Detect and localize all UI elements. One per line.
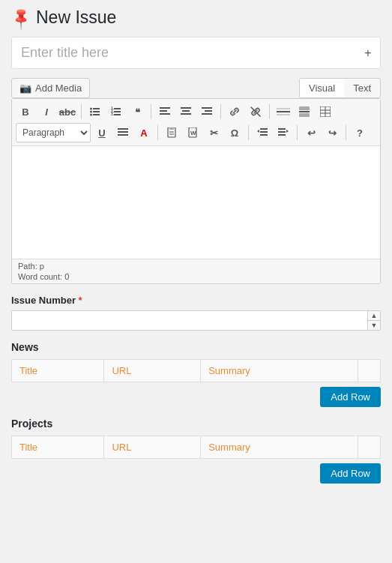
editor-wordcount: Word count: 0 xyxy=(18,272,374,281)
camera-icon: 📷 xyxy=(19,82,31,94)
editor-path: Path: p xyxy=(18,262,374,271)
title-input[interactable] xyxy=(13,39,358,67)
toolbar-sep-8 xyxy=(346,125,346,140)
align-center-button[interactable] xyxy=(176,102,196,121)
blockquote-button[interactable]: ❝ xyxy=(127,102,147,121)
svg-rect-1 xyxy=(93,111,100,112)
svg-rect-35 xyxy=(169,127,174,130)
news-col-title: Title xyxy=(12,360,104,382)
path-element: p xyxy=(40,262,44,271)
bold-button[interactable]: B xyxy=(16,102,35,121)
svg-rect-46 xyxy=(278,134,286,136)
svg-rect-0 xyxy=(93,108,100,109)
paste-text-button[interactable] xyxy=(162,123,181,142)
news-col-actions xyxy=(358,360,381,382)
toolbar-row-1: B I abc 1.2.3. ❝ xyxy=(16,102,376,121)
outdent-button[interactable] xyxy=(253,123,272,142)
toolbar-sep-3 xyxy=(220,104,221,119)
news-title: News xyxy=(11,341,381,353)
title-input-expand-icon[interactable]: + xyxy=(358,43,379,64)
page-break-button[interactable] xyxy=(295,102,314,121)
svg-rect-19 xyxy=(205,110,212,112)
svg-rect-2 xyxy=(93,114,100,115)
align-left-button[interactable] xyxy=(155,102,175,121)
toolbar-sep-4 xyxy=(269,104,270,119)
news-header-row: Title URL Summary xyxy=(12,360,381,382)
projects-section: Projects Title URL Summary Add Row xyxy=(11,418,381,484)
svg-rect-18 xyxy=(202,107,212,109)
toolbar-sep-2 xyxy=(151,104,151,119)
unlink-button[interactable] xyxy=(246,102,265,121)
align-right-button[interactable] xyxy=(197,102,217,121)
underline-button[interactable]: U xyxy=(92,123,112,142)
svg-rect-23 xyxy=(277,114,290,115)
svg-rect-20 xyxy=(202,113,212,115)
title-input-wrap: + xyxy=(11,37,381,69)
svg-rect-44 xyxy=(278,128,286,130)
svg-rect-17 xyxy=(181,113,191,115)
insert-more-button[interactable] xyxy=(274,102,293,121)
path-label: Path: xyxy=(18,262,37,271)
link-button[interactable] xyxy=(225,102,244,121)
svg-marker-47 xyxy=(286,130,289,133)
svg-text:3.: 3. xyxy=(111,112,115,116)
spinner-down-button[interactable]: ▼ xyxy=(368,321,380,330)
unordered-list-button[interactable] xyxy=(85,102,105,121)
remove-format-button[interactable]: ✂ xyxy=(204,123,223,142)
insert-table-button[interactable] xyxy=(316,102,335,121)
news-table-head: Title URL Summary xyxy=(12,360,381,382)
svg-rect-12 xyxy=(160,107,170,109)
svg-rect-15 xyxy=(181,107,191,109)
issue-number-input-wrap: ▲ ▼ xyxy=(11,310,381,331)
toolbar-sep-6 xyxy=(248,125,249,140)
svg-rect-22 xyxy=(277,108,290,109)
news-add-row-button[interactable]: Add Row xyxy=(320,387,381,407)
svg-rect-42 xyxy=(260,134,268,136)
view-tabs: Visual Text xyxy=(299,78,381,98)
svg-rect-21 xyxy=(277,111,290,112)
ordered-list-button[interactable]: 1.2.3. xyxy=(106,102,126,121)
special-chars-button[interactable]: Ω xyxy=(225,123,244,142)
toolbar-sep-5 xyxy=(157,125,158,140)
help-button[interactable]: ? xyxy=(350,123,370,142)
svg-point-3 xyxy=(90,108,92,110)
number-spinners: ▲ ▼ xyxy=(367,311,380,330)
undo-button[interactable]: ↩ xyxy=(301,123,321,142)
svg-rect-16 xyxy=(182,110,190,112)
paste-word-button[interactable]: W xyxy=(183,123,202,142)
editor-header: 📷 Add Media Visual Text xyxy=(11,78,381,98)
page-title-area: 📌 New Issue xyxy=(11,7,381,28)
page-title: New Issue xyxy=(36,7,116,28)
strikethrough-button[interactable]: abc xyxy=(58,102,77,121)
projects-table-head: Title URL Summary xyxy=(12,436,381,459)
redo-button[interactable]: ↪ xyxy=(322,123,342,142)
editor-toolbar: B I abc 1.2.3. ❝ xyxy=(12,99,380,146)
projects-table: Title URL Summary xyxy=(11,436,381,459)
spinner-up-button[interactable]: ▲ xyxy=(368,311,380,321)
projects-add-row-button[interactable]: Add Row xyxy=(320,463,381,484)
svg-point-4 xyxy=(90,111,92,113)
text-color-button[interactable]: A xyxy=(134,123,154,142)
paragraph-format-select[interactable]: Paragraph Heading 1 Heading 2 Heading 3 … xyxy=(16,123,91,142)
issue-number-input[interactable] xyxy=(12,311,367,330)
justify-button[interactable] xyxy=(113,123,133,142)
wordcount-value: 0 xyxy=(64,272,69,281)
italic-button[interactable]: I xyxy=(37,102,56,121)
add-media-button[interactable]: 📷 Add Media xyxy=(11,78,90,98)
pushpin-icon: 📌 xyxy=(7,4,34,31)
wordcount-label: Word count: xyxy=(18,272,62,281)
svg-rect-45 xyxy=(278,131,286,133)
indent-button[interactable] xyxy=(274,123,293,142)
svg-text:W: W xyxy=(190,130,196,136)
svg-rect-24 xyxy=(299,106,310,110)
svg-rect-8 xyxy=(114,114,121,115)
add-media-label: Add Media xyxy=(35,82,82,94)
projects-add-row-wrap: Add Row xyxy=(11,463,381,484)
toolbar-sep xyxy=(81,104,82,119)
editor-body[interactable] xyxy=(12,146,380,259)
projects-col-url: URL xyxy=(104,436,201,459)
tab-visual[interactable]: Visual xyxy=(300,79,344,98)
projects-header-row: Title URL Summary xyxy=(12,436,381,459)
issue-number-section: Issue Number * ▲ ▼ xyxy=(11,295,381,331)
tab-text[interactable]: Text xyxy=(344,79,380,97)
